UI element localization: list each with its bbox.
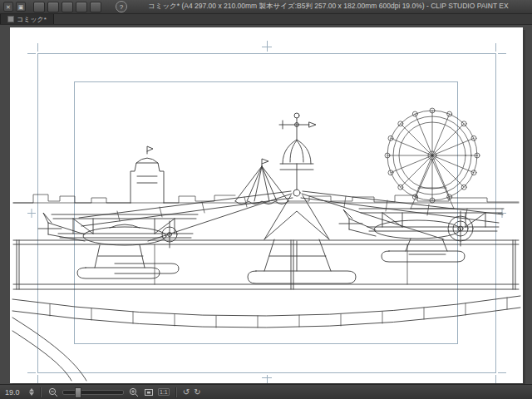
rotate-right-icon[interactable]: ↻ (194, 388, 200, 397)
zoom-value-field[interactable]: 19.0 (5, 388, 25, 397)
zoom-out-icon[interactable] (47, 387, 58, 397)
panel-toggle-icon[interactable]: ▣ (16, 2, 26, 12)
fit-to-window-icon[interactable] (143, 387, 154, 397)
rotate-left-icon[interactable]: ↺ (183, 388, 190, 397)
zoom-in-icon[interactable] (128, 387, 139, 397)
zoom-stepper[interactable] (29, 388, 34, 396)
canvas-viewport[interactable] (0, 25, 532, 384)
redo-icon[interactable] (90, 2, 101, 12)
help-icon[interactable]: ? (116, 1, 127, 12)
document-tab[interactable]: コミック* (0, 14, 54, 24)
zoom-step-down-icon[interactable] (29, 392, 34, 396)
clip-studio-paint-window: ✕ ▣ ? コミック* (A4 297.00 x 210.00mm 製本サイズ:… (0, 0, 532, 399)
statusbar-separator (40, 387, 42, 397)
new-icon[interactable] (33, 2, 45, 12)
zoom-step-up-icon[interactable] (29, 388, 34, 392)
document-tab-label: コミック* (17, 15, 47, 24)
undo-icon[interactable] (76, 2, 87, 12)
statusbar-separator (175, 387, 177, 397)
title-bar: ✕ ▣ ? コミック* (A4 297.00 x 210.00mm 製本サイズ:… (0, 0, 532, 14)
save-icon[interactable] (62, 2, 73, 12)
zoom-slider[interactable] (62, 390, 124, 395)
actual-size-button[interactable]: 1:1 (158, 388, 170, 396)
titlebar-toolbar (33, 2, 101, 12)
zoom-slider-thumb[interactable] (75, 387, 81, 398)
paper[interactable] (10, 27, 523, 383)
canvas-svg (0, 25, 532, 384)
document-tab-bar: コミック* (0, 14, 532, 25)
window-title: コミック* (A4 297.00 x 210.00mm 製本サイズ:B5判 25… (148, 2, 509, 12)
document-icon (7, 16, 14, 22)
open-icon[interactable] (47, 2, 59, 12)
status-bar: 19.0 1:1 ↺ ↻ (0, 384, 532, 399)
close-icon[interactable]: ✕ (3, 2, 13, 12)
